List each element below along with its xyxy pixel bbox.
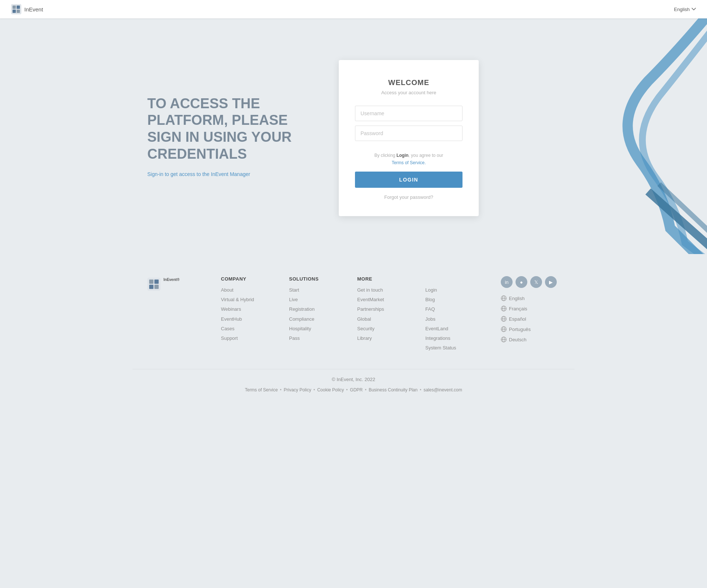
footer-more-title: MORE xyxy=(357,276,418,282)
footer-social-lang: in ● 𝕏 ▶ English Français Español Portug… xyxy=(501,276,560,354)
login-subtitle: Access your account here xyxy=(355,90,462,95)
footer-link-live[interactable]: Live xyxy=(289,296,350,303)
hero-subtitle: Sign-in to get access to the InEvent Man… xyxy=(147,171,317,177)
footer-columns: COMPANY About Virtual & Hybrid Webinars … xyxy=(221,276,486,354)
footer-privacy-link[interactable]: Privacy Policy xyxy=(284,387,312,392)
svg-rect-2 xyxy=(17,6,20,9)
dot-separator-2: • xyxy=(313,387,315,392)
chevron-down-icon xyxy=(692,7,696,11)
footer-bcp-link[interactable]: Business Continuity Plan xyxy=(369,387,418,392)
hero-section: TO ACCESS THE PLATFORM, PLEASE SIGN IN U… xyxy=(0,18,707,254)
login-card: WELCOME Access your account here By clic… xyxy=(339,60,479,216)
hero-text-block: TO ACCESS THE PLATFORM, PLEASE SIGN IN U… xyxy=(147,95,317,177)
footer-link-login[interactable]: Login xyxy=(425,287,486,293)
footer-link-faq[interactable]: FAQ xyxy=(425,306,486,313)
dot-separator-4: • xyxy=(365,387,366,392)
hero-title: TO ACCESS THE PLATFORM, PLEASE SIGN IN U… xyxy=(147,95,317,162)
footer-logo-icon xyxy=(147,278,161,291)
footer-link-registration[interactable]: Registration xyxy=(289,306,350,313)
footer-link-about[interactable]: About xyxy=(221,287,282,293)
footer-brand: InEvent® xyxy=(147,276,206,354)
hero-subtitle-suffix: InEvent Manager xyxy=(210,171,250,177)
footer-link-virtual-hybrid[interactable]: Virtual & Hybrid xyxy=(221,296,282,303)
lang-french[interactable]: Français xyxy=(501,306,560,311)
footer-link-eventmarket[interactable]: EventMarket xyxy=(357,296,418,303)
footer-link-pass[interactable]: Pass xyxy=(289,335,350,342)
hero-subtitle-prefix: Sign-in to get access to xyxy=(147,171,202,177)
lang-spanish[interactable]: Español xyxy=(501,316,560,322)
footer-copyright: © InEvent, Inc. 2022 xyxy=(147,377,560,382)
globe-icon-french xyxy=(501,306,507,311)
lang-portuguese[interactable]: Português xyxy=(501,326,560,332)
footer-link-webinars[interactable]: Webinars xyxy=(221,306,282,313)
svg-rect-1 xyxy=(13,6,16,9)
youtube-icon[interactable]: ▶ xyxy=(545,276,557,288)
footer-link-start[interactable]: Start xyxy=(289,287,350,293)
hero-content: TO ACCESS THE PLATFORM, PLEASE SIGN IN U… xyxy=(133,34,574,238)
footer-terms-link[interactable]: Terms of Service xyxy=(245,387,278,392)
terms-of-service-link[interactable]: Terms of Service. xyxy=(392,160,426,165)
forgot-password-button[interactable]: Forgot your password? xyxy=(355,194,462,200)
footer-link-get-in-touch[interactable]: Get in touch xyxy=(357,287,418,293)
site-footer: InEvent® COMPANY About Virtual & Hybrid … xyxy=(0,254,707,407)
hero-subtitle-highlight: the xyxy=(202,171,209,177)
username-input[interactable] xyxy=(355,106,462,121)
footer-link-jobs[interactable]: Jobs xyxy=(425,316,486,323)
footer-company-title: COMPANY xyxy=(221,276,282,282)
svg-rect-4 xyxy=(17,10,20,13)
lang-german[interactable]: Deutsch xyxy=(501,337,560,342)
footer-solutions-title: SOLUTIONS xyxy=(289,276,350,282)
instagram-icon[interactable]: ● xyxy=(516,276,527,288)
footer-col-company: COMPANY About Virtual & Hybrid Webinars … xyxy=(221,276,282,354)
footer-link-eventland[interactable]: EventLand xyxy=(425,325,486,332)
footer-link-support[interactable]: Support xyxy=(221,335,282,342)
login-button[interactable]: LOGIN xyxy=(355,172,462,188)
login-card-wrapper: WELCOME Access your account here By clic… xyxy=(339,56,479,216)
svg-rect-7 xyxy=(154,279,159,284)
footer-link-library[interactable]: Library xyxy=(357,335,418,342)
linkedin-icon[interactable]: in xyxy=(501,276,513,288)
social-icons: in ● 𝕏 ▶ xyxy=(501,276,560,288)
footer-link-system-status[interactable]: System Status xyxy=(425,345,486,351)
globe-icon-portuguese xyxy=(501,326,507,332)
footer-link-partnerships[interactable]: Partnerships xyxy=(357,306,418,313)
footer-link-cases[interactable]: Cases xyxy=(221,325,282,332)
footer-bottom: © InEvent, Inc. 2022 Terms of Service • … xyxy=(133,369,574,396)
svg-rect-8 xyxy=(149,285,154,289)
footer-link-hospitality[interactable]: Hospitality xyxy=(289,325,350,332)
footer-col-more: MORE Get in touch EventMarket Partnershi… xyxy=(357,276,418,354)
dot-separator-5: • xyxy=(420,387,421,392)
footer-gdpr-link[interactable]: GDPR xyxy=(350,387,363,392)
login-welcome-title: WELCOME xyxy=(355,78,462,87)
footer-link-security[interactable]: Security xyxy=(357,325,418,332)
footer-link-global[interactable]: Global xyxy=(357,316,418,323)
footer-link-blog[interactable]: Blog xyxy=(425,296,486,303)
footer-cookie-link[interactable]: Cookie Policy xyxy=(317,387,344,392)
svg-rect-3 xyxy=(13,10,16,13)
footer-bottom-links: Terms of Service • Privacy Policy • Cook… xyxy=(147,387,560,392)
header-brand-name: InEvent xyxy=(24,6,43,13)
footer-email-link[interactable]: sales@inevent.com xyxy=(423,387,462,392)
language-selector[interactable]: English xyxy=(674,7,696,12)
footer-brand-suffix: ® xyxy=(177,278,179,282)
footer-link-eventhub[interactable]: EventHub xyxy=(221,316,282,323)
globe-icon-spanish xyxy=(501,316,507,322)
footer-link-compliance[interactable]: Compliance xyxy=(289,316,350,323)
password-input[interactable] xyxy=(355,126,462,141)
footer-brand-name: InEvent® xyxy=(163,278,180,285)
inevent-logo-icon xyxy=(11,4,21,14)
footer-col-extra: Login Blog FAQ Jobs EventLand Integratio… xyxy=(425,276,486,354)
decorative-lines xyxy=(574,18,707,254)
header-logo: InEvent xyxy=(11,4,43,14)
svg-rect-9 xyxy=(154,285,159,289)
site-header: InEvent English xyxy=(0,0,707,18)
language-label: English xyxy=(674,7,690,12)
globe-icon-german xyxy=(501,337,507,342)
footer-main: InEvent® COMPANY About Virtual & Hybrid … xyxy=(133,276,574,354)
footer-link-integrations[interactable]: Integrations xyxy=(425,335,486,342)
login-terms-text: By clicking Login, you agree to our Term… xyxy=(355,152,462,166)
lang-english[interactable]: English xyxy=(501,295,560,301)
twitter-icon[interactable]: 𝕏 xyxy=(530,276,542,288)
svg-rect-6 xyxy=(149,279,154,284)
svg-rect-5 xyxy=(147,278,161,291)
